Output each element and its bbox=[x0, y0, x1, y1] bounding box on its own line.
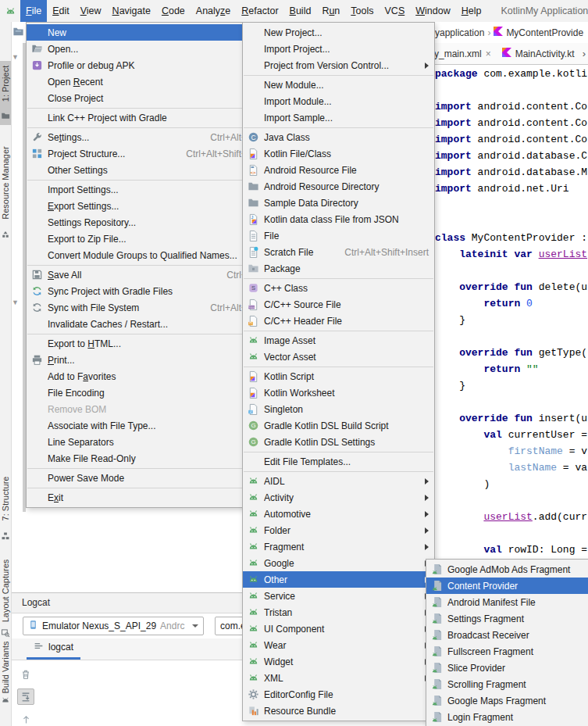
new-menu-item-xml[interactable]: XML bbox=[243, 670, 434, 686]
other-menu-item-slice-provider[interactable]: Slice Provider bbox=[426, 660, 588, 676]
new-menu-item-java-class[interactable]: CJava Class bbox=[243, 129, 434, 145]
other-menu-item-google-admob-ads-fragment[interactable]: Google AdMob Ads Fragment bbox=[426, 561, 588, 578]
file-menu-item-close-project[interactable]: Close Project bbox=[27, 90, 258, 106]
file-menu-item-new[interactable]: New bbox=[27, 24, 258, 41]
new-menu-item-import-module[interactable]: Import Module... bbox=[243, 93, 434, 109]
file-menu-item-make-file-read-only[interactable]: Make File Read-Only bbox=[27, 450, 258, 467]
other-menu-item-fullscreen-fragment[interactable]: Fullscreen Fragment bbox=[426, 643, 588, 660]
file-menu-item-open[interactable]: Open... bbox=[27, 41, 258, 57]
menubar-item-build[interactable]: Build bbox=[284, 0, 317, 22]
file-menu-item-link-c-project-with-gradle[interactable]: Link C++ Project with Gradle bbox=[27, 109, 258, 126]
clear-logcat-button[interactable] bbox=[18, 667, 34, 681]
new-menu-item-google[interactable]: Google bbox=[243, 555, 434, 571]
file-menu-item-settings[interactable]: Settings...Ctrl+Alt+S bbox=[27, 129, 258, 145]
file-menu-item-export-to-zip-file[interactable]: Export to Zip File... bbox=[27, 231, 258, 247]
new-menu-item-scratch-file[interactable]: Scratch FileCtrl+Alt+Shift+Insert bbox=[243, 244, 434, 260]
new-menu-item-sample-data-directory[interactable]: Sample Data Directory bbox=[243, 195, 434, 211]
menubar-item-window[interactable]: Window bbox=[410, 0, 455, 22]
new-menu-item-project-from-version-control[interactable]: Project from Version Control... bbox=[243, 57, 434, 73]
new-menu-item-android-resource-directory[interactable]: Android Resource Directory bbox=[243, 178, 434, 195]
new-menu-item-kotlin-file-class[interactable]: Kotlin File/Class bbox=[243, 145, 434, 162]
device-selector[interactable]: Emulator Nexus_S_API_29 Andrc bbox=[23, 617, 204, 635]
tab-overflow-chevron-icon[interactable]: › bbox=[583, 48, 588, 59]
menubar-item-help[interactable]: Help bbox=[456, 0, 487, 22]
new-menu-item-resource-bundle[interactable]: Resource Bundle bbox=[243, 703, 434, 719]
scroll-to-end-button[interactable] bbox=[17, 688, 34, 705]
file-menu-item-save-all[interactable]: Save AllCtrl+S bbox=[27, 266, 258, 283]
file-menu-item-print[interactable]: Print... bbox=[27, 352, 258, 368]
menubar-item-refactor[interactable]: Refactor bbox=[236, 0, 283, 22]
new-menu-item-fragment[interactable]: Fragment bbox=[243, 538, 434, 555]
new-menu-item-vector-asset[interactable]: Vector Asset bbox=[243, 349, 434, 365]
new-menu-item-tristan[interactable]: Tristan bbox=[243, 604, 434, 620]
new-menu-item-editorconfig-file[interactable]: EditorConfig File bbox=[243, 686, 434, 703]
file-menu-item-export-settings[interactable]: Export Settings... bbox=[27, 198, 258, 214]
new-menu-item-image-asset[interactable]: Image Asset bbox=[243, 332, 434, 349]
close-icon[interactable]: × bbox=[486, 48, 491, 59]
menubar-item-run[interactable]: Run bbox=[316, 0, 345, 22]
new-menu-item-c-c-source-file[interactable]: C++C/C++ Source File bbox=[243, 296, 434, 313]
file-menu-item-power-save-mode[interactable]: Power Save Mode bbox=[27, 470, 258, 486]
new-menu-item-new-project[interactable]: New Project... bbox=[243, 24, 434, 41]
tab-logcat[interactable]: logcat bbox=[27, 637, 80, 660]
tab-mainactivity-kt[interactable]: MainActivity.kt bbox=[497, 43, 580, 64]
other-menu-item-settings-fragment[interactable]: Settings Fragment bbox=[426, 610, 588, 627]
menubar-item-navigate[interactable]: Navigate bbox=[107, 0, 156, 22]
tree-collapse-icon[interactable]: ▼ bbox=[12, 53, 19, 61]
other-menu-item-login-fragment[interactable]: Login Fragment bbox=[426, 709, 588, 725]
other-menu-item-android-manifest-file[interactable]: Android Manifest File bbox=[426, 594, 588, 610]
new-menu-item-activity[interactable]: Activity bbox=[243, 489, 434, 506]
new-menu-item-singleton[interactable]: JSingleton bbox=[243, 401, 434, 417]
menubar-item-view[interactable]: View bbox=[75, 0, 107, 22]
file-menu-item-line-separators[interactable]: Line Separators bbox=[27, 434, 258, 450]
file-menu-item-associate-with-file-type[interactable]: Associate with File Type... bbox=[27, 417, 258, 434]
new-menu-item-gradle-kotlin-dsl-settings[interactable]: GGradle Kotlin DSL Settings bbox=[243, 434, 434, 450]
new-menu-item-new-module[interactable]: New Module... bbox=[243, 77, 434, 93]
new-menu-item-service[interactable]: Service bbox=[243, 588, 434, 604]
file-menu-item-import-settings[interactable]: Import Settings... bbox=[27, 181, 258, 198]
new-menu-item-import-project[interactable]: Import Project... bbox=[243, 41, 434, 57]
file-menu-item-export-to-html[interactable]: Export to HTML... bbox=[27, 335, 258, 352]
file-menu-item-project-structure[interactable]: Project Structure...Ctrl+Alt+Shift+S bbox=[27, 145, 258, 162]
file-menu-item-open-recent[interactable]: Open Recent bbox=[27, 73, 258, 90]
new-menu-item-android-resource-file[interactable]: <>Android Resource File bbox=[243, 162, 434, 178]
file-menu-item-sync-project-with-gradle-files[interactable]: Sync Project with Gradle Files bbox=[27, 283, 258, 299]
scroll-up-button[interactable] bbox=[18, 712, 34, 726]
file-menu-item-sync-with-file-system[interactable]: Sync with File SystemCtrl+Alt+Y bbox=[27, 299, 258, 316]
new-menu-item-package[interactable]: Package bbox=[243, 260, 434, 277]
other-menu-item-broadcast-receiver[interactable]: Broadcast Receiver bbox=[426, 627, 588, 643]
menubar-item-edit[interactable]: Edit bbox=[47, 0, 75, 22]
breadcrumb-file[interactable]: MyContentProvide bbox=[506, 27, 583, 38]
new-menu-item-file[interactable]: File bbox=[243, 227, 434, 244]
file-menu-item-profile-or-debug-apk[interactable]: Profile or debug APK bbox=[27, 57, 258, 73]
new-menu-item-ui-component[interactable]: UI Component bbox=[243, 620, 434, 637]
new-menu-item-other[interactable]: Other bbox=[243, 571, 434, 588]
tree-collapse-icon[interactable]: ▼ bbox=[12, 299, 19, 306]
other-menu-item-scrolling-fragment[interactable]: Scrolling Fragment bbox=[426, 676, 588, 692]
file-menu-item-settings-repository[interactable]: Settings Repository... bbox=[27, 214, 258, 231]
menubar-item-analyze[interactable]: Analyze bbox=[191, 0, 236, 22]
new-menu-item-kotlin-data-class-file-from-json[interactable]: JKotlin data class File from JSON bbox=[243, 211, 434, 227]
menubar-item-code[interactable]: Code bbox=[156, 0, 191, 22]
file-menu-item-file-encoding[interactable]: File Encoding bbox=[27, 384, 258, 401]
new-menu-item-kotlin-worksheet[interactable]: Kotlin Worksheet bbox=[243, 384, 434, 401]
new-menu-item-c-class[interactable]: SC++ Class bbox=[243, 280, 434, 296]
new-menu-item-import-sample[interactable]: Import Sample... bbox=[243, 109, 434, 126]
other-menu-item-google-maps-fragment[interactable]: Google Maps Fragment bbox=[426, 692, 588, 709]
file-menu-item-invalidate-caches-restart[interactable]: Invalidate Caches / Restart... bbox=[27, 316, 258, 332]
file-menu-item-add-to-favorites[interactable]: Add to Favorites bbox=[27, 368, 258, 384]
new-menu-item-folder[interactable]: Folder bbox=[243, 522, 434, 538]
breadcrumb-module[interactable]: yapplication bbox=[435, 27, 484, 38]
new-menu-item-widget[interactable]: Widget bbox=[243, 653, 434, 670]
file-menu-item-convert-module-groups-to-qualified-names[interactable]: Convert Module Groups to Qualified Names… bbox=[27, 247, 258, 263]
menubar-item-tools[interactable]: Tools bbox=[345, 0, 379, 22]
new-menu-item-wear[interactable]: Wear bbox=[243, 637, 434, 653]
tab-activity-main-xml[interactable]: y_main.xml × bbox=[429, 43, 497, 64]
new-menu-item-edit-file-templates[interactable]: Edit File Templates... bbox=[243, 453, 434, 470]
new-menu-item-c-c-header-file[interactable]: HC/C++ Header File bbox=[243, 313, 434, 329]
new-menu-item-automotive[interactable]: Automotive bbox=[243, 506, 434, 522]
other-menu-item-content-provider[interactable]: Content Provider bbox=[426, 578, 588, 594]
new-menu-item-kotlin-script[interactable]: Kotlin Script bbox=[243, 368, 434, 384]
menubar-item-file[interactable]: File bbox=[20, 0, 47, 22]
new-menu-item-aidl[interactable]: AIDL bbox=[243, 473, 434, 489]
